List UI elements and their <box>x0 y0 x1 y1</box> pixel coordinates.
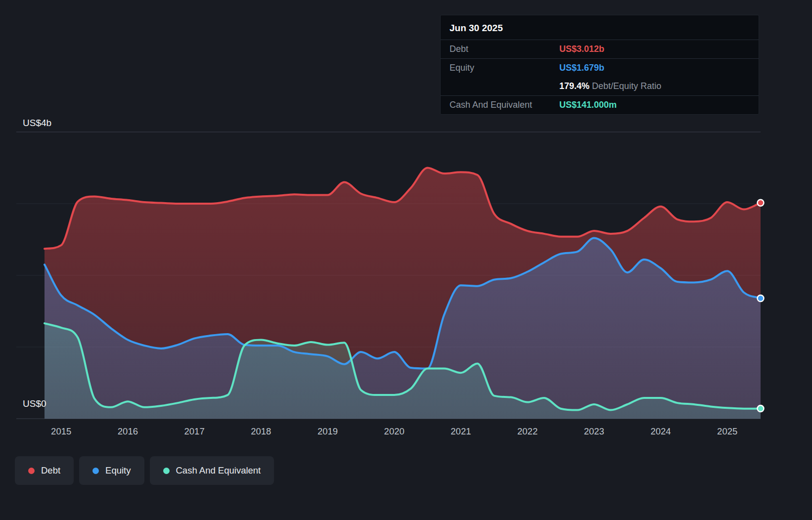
debt-equity-history-chart: 2015201620172018201920202021202220232024… <box>0 0 812 520</box>
x-tick-label: 2019 <box>317 426 338 436</box>
legend-dot-icon <box>163 468 170 474</box>
tooltip-date: Jun 30 2025 <box>441 15 759 40</box>
tooltip-cash-value: US$141.000m <box>559 100 617 110</box>
y-axis-label-bottom: US$0 <box>23 398 46 409</box>
x-tick-label: 2023 <box>584 426 604 436</box>
tooltip-equity-label: Equity <box>450 63 559 73</box>
tooltip-cash-label: Cash And Equivalent <box>450 100 559 110</box>
equity-endpoint-marker <box>758 295 764 302</box>
ratio-percent: 179.4% <box>559 81 589 91</box>
x-tick-label: 2018 <box>251 426 271 436</box>
chart-tooltip: Jun 30 2025 Debt US$3.012b Equity US$1.6… <box>440 15 759 115</box>
legend-item-cash-and-equivalent[interactable]: Cash And Equivalent <box>150 456 274 485</box>
legend-item-label: Debt <box>41 465 60 476</box>
legend-dot-icon <box>92 468 99 474</box>
legend-item-debt[interactable]: Debt <box>15 456 74 485</box>
tooltip-debt-value: US$3.012b <box>559 44 604 54</box>
x-tick-label: 2016 <box>118 426 138 436</box>
x-tick-label: 2022 <box>517 426 538 436</box>
x-tick-label: 2025 <box>717 426 737 436</box>
y-axis-label-top: US$4b <box>23 118 51 129</box>
tooltip-equity-value: US$1.679b <box>559 63 604 73</box>
legend-item-equity[interactable]: Equity <box>79 456 144 485</box>
cash-and-equivalent-endpoint-marker <box>758 405 764 412</box>
legend-item-label: Equity <box>105 465 131 476</box>
debt-endpoint-marker <box>758 200 764 206</box>
tooltip-debt-row: Debt US$3.012b <box>441 40 759 59</box>
legend-dot-icon <box>28 468 35 474</box>
tooltip-cash-row: Cash And Equivalent US$141.000m <box>441 96 759 114</box>
x-tick-label: 2024 <box>650 426 671 436</box>
legend-item-label: Cash And Equivalent <box>176 465 261 476</box>
chart-legend: DebtEquityCash And Equivalent <box>15 456 274 485</box>
x-tick-label: 2021 <box>451 426 471 436</box>
x-tick-label: 2020 <box>384 426 405 436</box>
tooltip-ratio-value: 179.4% Debt/Equity Ratio <box>559 81 661 91</box>
tooltip-ratio-row: 179.4% Debt/Equity Ratio <box>441 77 759 96</box>
x-tick-label: 2015 <box>51 426 71 436</box>
ratio-caption: Debt/Equity Ratio <box>592 81 661 91</box>
tooltip-debt-label: Debt <box>450 44 559 54</box>
tooltip-equity-row: Equity US$1.679b <box>441 59 759 77</box>
x-tick-label: 2017 <box>184 426 205 436</box>
